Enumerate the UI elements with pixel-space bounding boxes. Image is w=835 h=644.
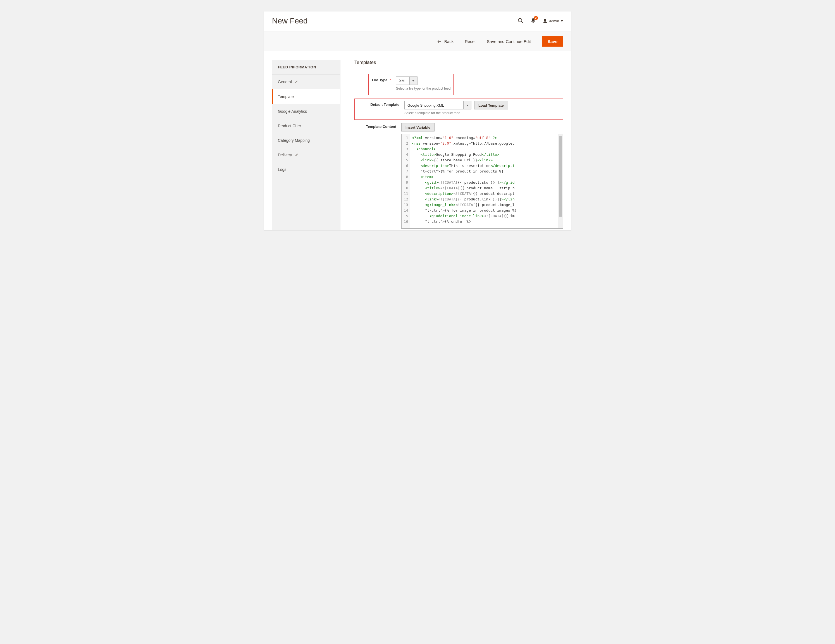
content-area: FEED INFORMATION GeneralTemplateGoogle A… <box>264 51 571 230</box>
sidebar-item-product-filter[interactable]: Product Filter <box>272 118 340 133</box>
sidebar-item-label: Category Mapping <box>278 138 310 143</box>
sidebar-item-general[interactable]: General <box>272 75 340 89</box>
back-button[interactable]: Back <box>437 39 453 44</box>
sidebar-item-template[interactable]: Template <box>272 89 340 104</box>
scrollbar-thumb[interactable] <box>559 136 562 217</box>
svg-point-0 <box>518 18 521 22</box>
scrollbar-track[interactable] <box>558 134 563 228</box>
page-header: New Feed 2 admin <box>264 11 571 32</box>
insert-variable-button[interactable]: Insert Variable <box>401 123 435 131</box>
sidebar-item-label: Template <box>278 94 294 99</box>
sidebar-item-label: Logs <box>278 167 286 172</box>
sidebar-item-logs[interactable]: Logs <box>272 162 340 177</box>
user-name: admin <box>549 19 559 23</box>
chevron-down-icon <box>561 20 563 22</box>
file-type-value: XML <box>396 77 409 84</box>
file-type-label-text: File Type <box>372 78 387 82</box>
default-template-value: Google Shopping XML <box>405 101 463 109</box>
code-body: <?xml version="1.0" encoding="utf-8" ?><… <box>410 134 563 228</box>
main-panel: Templates File Type * XML Se <box>354 60 563 230</box>
reset-button[interactable]: Reset <box>465 39 476 44</box>
header-icons: 2 admin <box>517 18 563 24</box>
sidebar-item-label: Delivery <box>278 153 292 157</box>
arrow-left-icon <box>437 39 442 44</box>
required-star-icon: * <box>390 78 391 82</box>
action-bar: Back Reset Save and Continue Edit Save <box>264 32 571 51</box>
notifications-badge: 2 <box>534 16 538 20</box>
notifications-button[interactable]: 2 <box>530 18 536 24</box>
default-template-hint: Select a template for the product feed <box>405 111 508 115</box>
file-type-hint: Select a file type for the product feed <box>396 86 450 91</box>
pencil-icon <box>295 80 298 83</box>
template-content-label: Template Content <box>354 123 396 129</box>
default-template-select[interactable]: Google Shopping XML <box>405 101 471 109</box>
sidebar-item-label: Google Analytics <box>278 109 307 114</box>
code-gutter: 12345678910111213141516 <box>401 134 410 228</box>
pencil-icon <box>295 153 298 157</box>
section-title: Templates <box>354 60 563 69</box>
chevron-down-icon <box>463 101 471 109</box>
sidebar-item-label: Product Filter <box>278 124 301 128</box>
search-icon <box>517 18 524 24</box>
user-icon <box>543 18 547 23</box>
file-type-select[interactable]: XML <box>396 76 418 85</box>
sidebar-item-category-mapping[interactable]: Category Mapping <box>272 133 340 148</box>
default-template-highlight: Default Template Google Shopping XML Loa… <box>354 99 563 120</box>
save-button[interactable]: Save <box>542 36 563 47</box>
page-title: New Feed <box>272 16 517 25</box>
file-type-highlight: File Type * XML Select a file type for t… <box>368 74 453 95</box>
sidebar-item-delivery[interactable]: Delivery <box>272 148 340 162</box>
sidebar-header: FEED INFORMATION <box>272 60 340 75</box>
sidebar-item-label: General <box>278 79 292 84</box>
template-content-editor[interactable]: 12345678910111213141516 <?xml version="1… <box>401 134 563 229</box>
load-template-button[interactable]: Load Template <box>474 101 508 109</box>
sidebar-item-google-analytics[interactable]: Google Analytics <box>272 104 340 118</box>
user-menu[interactable]: admin <box>543 18 563 23</box>
file-type-label: File Type * <box>371 76 391 82</box>
search-button[interactable] <box>517 18 524 24</box>
back-label: Back <box>444 39 453 44</box>
save-continue-button[interactable]: Save and Continue Edit <box>487 39 531 44</box>
chevron-down-icon <box>409 77 417 84</box>
default-template-label: Default Template <box>357 101 400 107</box>
svg-line-1 <box>521 21 523 23</box>
sidebar: FEED INFORMATION GeneralTemplateGoogle A… <box>272 60 340 230</box>
app-window: New Feed 2 admin Back Reset Save and Con… <box>264 11 571 230</box>
